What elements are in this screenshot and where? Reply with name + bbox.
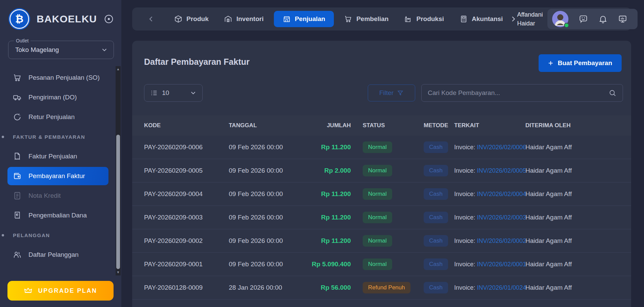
storefront-icon [283, 15, 291, 23]
invoice-link[interactable]: INV/2026/02/0002 [477, 237, 525, 244]
scroll-up-icon[interactable]: ▲ [116, 67, 121, 72]
sidebar-section-faktur-pembayaran: FAKTUR & PEMBAYARAN [0, 127, 121, 147]
tab-label: Penjualan [295, 15, 325, 23]
tab-produksi[interactable]: Produksi [399, 11, 449, 27]
invoice-link[interactable]: INV/2026/02/0001 [477, 261, 525, 268]
related-invoice: Invoice: INV/2026/02/0002 [454, 237, 525, 245]
tab-inventori[interactable]: Inventori [219, 11, 269, 27]
col-header-kode: KODE [144, 122, 229, 129]
related-invoice: Invoice: INV/2026/02/0005 [454, 167, 525, 174]
scrollbar-thumb[interactable] [116, 135, 120, 269]
table-row[interactable]: PAY-20260209-0002 09 Feb 2026 00:00 Rp 1… [132, 229, 631, 253]
document-icon [13, 152, 22, 161]
method-badge: Cash [424, 212, 448, 223]
sidebar-item-faktur-penjualan[interactable]: Faktur Penjualan [0, 147, 121, 166]
table-row[interactable]: PAY-20260209-0001 09 Feb 2026 00:00 Rp 5… [132, 253, 631, 276]
received-by: Haidar Agam Aff [525, 261, 631, 268]
outlet-select[interactable]: Outlet Toko Magelang [8, 41, 114, 59]
received-by: Haidar Agam Aff [525, 284, 631, 291]
monitor-icon[interactable] [618, 14, 627, 24]
status-badge: Normal [363, 258, 392, 270]
sidebar-item-daftar-pelanggan[interactable]: Daftar Pelanggan [0, 245, 121, 265]
invoice-link[interactable]: INV/2026/02/0003 [477, 214, 525, 221]
sidebar: ₿ BAKOELKU Outlet Toko Magelang Pesanan … [0, 0, 121, 307]
method-badge: Cash [424, 141, 448, 153]
sidebar-menu: Pesanan Penjualan (SO) Pengiriman (DO) R… [0, 68, 121, 265]
related-invoice: Invoice: INV/2026/02/0004 [454, 191, 525, 198]
sidebar-item-pesanan-penjualan[interactable]: Pesanan Penjualan (SO) [0, 68, 121, 88]
sidebar-item-retur-penjualan[interactable]: Retur Penjualan [0, 107, 121, 127]
create-payment-button[interactable]: + Buat Pembayaran [539, 54, 622, 72]
sidebar-item-label: Pengiriman (DO) [28, 94, 77, 101]
invoice-link[interactable]: INV/2026/02/0006 [477, 144, 525, 151]
invoice-link[interactable]: INV/2026/02/0005 [477, 167, 525, 174]
tab-label: Produksi [416, 15, 444, 23]
related-invoice: Invoice: INV/2026/02/0003 [454, 214, 525, 221]
sidebar-item-nota-kredit[interactable]: Nota Kredit [0, 186, 121, 206]
tab-produk[interactable]: Produk [169, 11, 214, 27]
related-invoice: Invoice: INV/2026/02/0001 [454, 261, 525, 268]
tab-label: Pembelian [356, 15, 388, 23]
upgrade-plan-button[interactable]: UPGRADE PLAN [7, 281, 114, 301]
chevron-right-icon[interactable] [509, 15, 517, 23]
sidebar-item-pengiriman[interactable]: Pengiriman (DO) [0, 88, 121, 107]
search-icon[interactable] [608, 89, 617, 97]
chat-smiley-icon[interactable] [579, 14, 588, 24]
tab-akuntansi[interactable]: Akuntansi [454, 11, 508, 27]
payment-code: PAY-20260209-0005 [144, 167, 229, 174]
tab-label: Produk [186, 15, 208, 23]
table-row[interactable]: PAY-20260209-0004 09 Feb 2026 00:00 Rp 1… [132, 183, 631, 206]
wallet-icon [13, 172, 22, 180]
status-badge: Normal [363, 188, 392, 200]
table-row[interactable]: PAY-20260128-0009 28 Jan 2026 00:00 Rp 5… [132, 276, 631, 300]
tab-pembelian[interactable]: Pembelian [339, 11, 394, 27]
table-row[interactable]: PAY-20260209-0005 09 Feb 2026 00:00 Rp 2… [132, 159, 631, 183]
related-invoice: Invoice: INV/2026/01/0024 [454, 284, 525, 291]
search-box [421, 84, 623, 102]
payment-date: 09 Feb 2026 00:00 [229, 167, 303, 174]
sidebar-scrollbar[interactable]: ▲ ▼ [116, 66, 121, 275]
payment-code: PAY-20260209-0004 [144, 190, 229, 198]
page-size-value: 10 [162, 89, 185, 97]
method-badge: Cash [424, 165, 448, 176]
funnel-icon [397, 90, 404, 96]
page-size-select[interactable]: 10 [144, 84, 203, 102]
sidebar-item-label: Nota Kredit [28, 192, 61, 199]
tab-penjualan[interactable]: Penjualan [274, 11, 334, 27]
circle-dot-icon[interactable] [104, 14, 114, 24]
return-arrow-icon [13, 113, 22, 121]
invoice-prefix: Invoice: [454, 284, 475, 291]
received-by: Haidar Agam Aff [525, 190, 631, 198]
invoice-link[interactable]: INV/2026/02/0004 [477, 191, 525, 197]
chevron-down-icon [101, 46, 108, 54]
logo-row: ₿ BAKOELKU [0, 0, 121, 29]
chevron-left-icon[interactable] [147, 15, 155, 23]
invoice-prefix: Invoice: [454, 261, 475, 268]
payment-amount: Rp 11.200 [303, 190, 351, 198]
payment-code: PAY-20260209-0006 [144, 143, 229, 151]
table-row[interactable]: PAY-20260209-0006 09 Feb 2026 00:00 Rp 1… [132, 136, 631, 159]
scroll-down-icon[interactable]: ▼ [116, 270, 121, 275]
create-payment-label: Buat Pembayaran [558, 59, 612, 67]
filter-button[interactable]: Filter [368, 84, 415, 101]
bell-icon[interactable] [598, 14, 608, 24]
avatar[interactable] [552, 11, 568, 27]
top-navbar: Produk Inventori Penjualan Pembelian Pro… [132, 7, 631, 31]
logo-glyph: ₿ [15, 13, 23, 25]
col-header-diterima: DITERIMA OLEH [525, 122, 631, 129]
sidebar-item-pembayaran-faktur[interactable]: Pembayaran Faktur [7, 167, 108, 185]
sidebar-item-pengembalian-dana[interactable]: Pengembalian Dana [0, 206, 121, 225]
page-title: Daftar Pembayaran Faktur [144, 57, 249, 67]
warehouse-icon [224, 15, 232, 23]
payment-date: 09 Feb 2026 00:00 [229, 261, 303, 268]
search-input[interactable] [428, 89, 608, 97]
invoice-link[interactable]: INV/2026/01/0024 [477, 284, 525, 291]
payments-table: KODE TANGGAL JUMLAH STATUS METODE TERKAI… [132, 115, 631, 300]
payment-amount: Rp 11.200 [303, 237, 351, 245]
table-header-row: KODE TANGGAL JUMLAH STATUS METODE TERKAI… [132, 115, 631, 136]
table-row[interactable]: PAY-20260209-0003 09 Feb 2026 00:00 Rp 1… [132, 206, 631, 229]
header-actions [547, 9, 638, 29]
payment-code: PAY-20260209-0002 [144, 237, 229, 245]
method-badge: Cash [424, 188, 448, 200]
invoice-prefix: Invoice: [454, 237, 475, 244]
